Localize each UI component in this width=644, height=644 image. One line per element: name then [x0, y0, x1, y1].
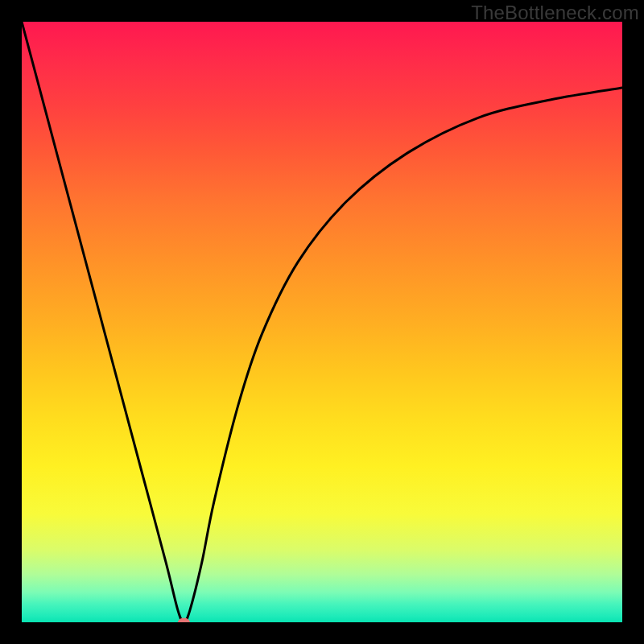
bottleneck-curve-svg — [22, 22, 622, 622]
bottleneck-curve-path — [22, 22, 622, 622]
chart-area — [22, 22, 622, 622]
watermark-text: TheBottleneck.com — [471, 2, 639, 24]
